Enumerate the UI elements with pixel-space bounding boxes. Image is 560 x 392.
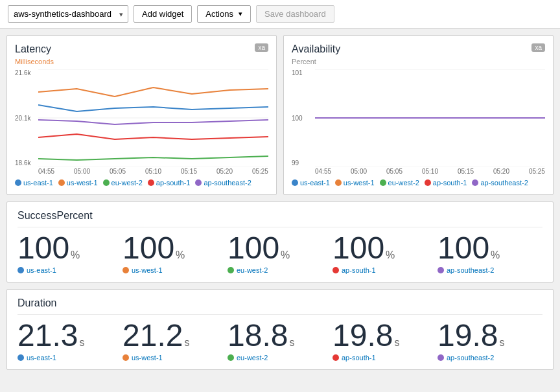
success-label-row-eu-west-2: eu-west-2 [228, 266, 268, 274]
success-percent-row: 100 % us-east-1 100 % us-west-1 [18, 233, 542, 274]
avail-legend-ap-southeast-2: ap-southeast-2 [472, 179, 528, 187]
avail-label-eu-west-2[interactable]: eu-west-2 [388, 179, 419, 187]
duration-label-row-ap-southeast-2: ap-southeast-2 [438, 354, 494, 362]
avail-label-ap-south-1[interactable]: ap-south-1 [433, 179, 467, 187]
avail-label-us-east-1[interactable]: us-east-1 [300, 179, 330, 187]
success-region-ap-southeast-2[interactable]: ap-southeast-2 [447, 266, 494, 274]
success-label-row-ap-southeast-2: ap-southeast-2 [438, 266, 494, 274]
duration-metric-eu-west-2: 18.8 s eu-west-2 [228, 320, 332, 362]
dashboard-select[interactable]: aws-synthetics-dashboard [8, 5, 128, 23]
legend-dot-eu-west-2 [103, 179, 110, 186]
save-dashboard-button: Save dashboard [256, 5, 334, 23]
success-value-eu-west-2: 100 [228, 233, 279, 264]
avail-legend-us-west-1: us-west-1 [335, 179, 375, 187]
success-unit-us-west-1: % [176, 249, 185, 261]
latency-chart-area: 21.6k 20.1k 18.6k [15, 69, 268, 167]
success-value-ap-southeast-2: 100 [438, 233, 489, 264]
success-percent-title: SuccessPercent [18, 210, 542, 227]
latency-y-top: 21.6k [15, 69, 38, 76]
dashboard-select-wrapper[interactable]: aws-synthetics-dashboard [8, 5, 128, 23]
duration-dot-us-west-1 [122, 354, 129, 361]
avail-dot-us-west-1 [335, 179, 342, 186]
success-metric-ap-southeast-2: 100 % ap-southeast-2 [438, 233, 542, 274]
success-dot-us-east-1 [18, 267, 24, 273]
dashboard-body: Latency xa Milliseconds 21.6k 20.1k 18.6… [0, 29, 560, 376]
availability-y-axis: 101 100 99 [292, 69, 315, 167]
avail-dot-us-east-1 [292, 179, 298, 186]
success-region-us-west-1[interactable]: us-west-1 [132, 266, 163, 274]
success-region-eu-west-2[interactable]: eu-west-2 [237, 266, 268, 274]
latency-header: Latency xa [15, 43, 268, 55]
success-metric-us-west-1: 100 % us-west-1 [122, 233, 228, 274]
availability-badge: xa [531, 43, 545, 52]
legend-item-ap-southeast-2: ap-southeast-2 [195, 179, 251, 187]
latency-legend: us-east-1 us-west-1 eu-west-2 ap-south-1… [15, 179, 268, 187]
duration-value-ap-south-1: 19.8 [332, 320, 393, 351]
legend-label-eu-west-2[interactable]: eu-west-2 [111, 179, 143, 187]
duration-region-ap-south-1[interactable]: ap-south-1 [342, 354, 376, 362]
availability-x-axis: 04:55 05:00 05:05 05:10 05:15 05:20 05:2… [292, 168, 545, 175]
success-metric-eu-west-2: 100 % eu-west-2 [228, 233, 332, 274]
latency-panel: Latency xa Milliseconds 21.6k 20.1k 18.6… [6, 35, 277, 195]
duration-value-us-west-1: 21.2 [122, 320, 183, 351]
availability-y-top: 101 [292, 69, 315, 76]
duration-region-us-west-1[interactable]: us-west-1 [132, 354, 163, 362]
latency-svg-wrapper [38, 69, 268, 167]
add-widget-button[interactable]: Add widget [134, 5, 192, 23]
legend-label-ap-south-1[interactable]: ap-south-1 [156, 179, 191, 187]
actions-button[interactable]: Actions [197, 5, 251, 23]
success-dot-ap-southeast-2 [438, 267, 444, 273]
latency-svg [38, 69, 268, 167]
legend-item-us-west-1: us-west-1 [58, 179, 98, 187]
legend-dot-ap-south-1 [148, 179, 154, 186]
availability-svg [315, 69, 545, 167]
latency-y-axis: 21.6k 20.1k 18.6k [15, 69, 38, 167]
avail-label-us-west-1[interactable]: us-west-1 [344, 179, 375, 187]
avail-dot-ap-south-1 [425, 179, 431, 186]
duration-title: Duration [18, 297, 542, 315]
avail-legend-us-east-1: us-east-1 [292, 179, 330, 187]
legend-dot-ap-southeast-2 [195, 179, 202, 186]
duration-dot-us-east-1 [18, 354, 24, 361]
duration-metric-us-west-1: 21.2 s us-west-1 [122, 320, 228, 362]
duration-region-eu-west-2[interactable]: eu-west-2 [237, 354, 268, 362]
duration-region-us-east-1[interactable]: us-east-1 [27, 354, 56, 362]
legend-label-us-east-1[interactable]: us-east-1 [23, 179, 53, 187]
duration-dot-eu-west-2 [228, 354, 234, 361]
duration-metric-us-east-1: 21.3 s us-east-1 [18, 320, 122, 362]
legend-item-ap-south-1: ap-south-1 [148, 179, 191, 187]
legend-label-ap-southeast-2[interactable]: ap-southeast-2 [204, 179, 251, 187]
latency-subtitle: Milliseconds [15, 58, 268, 65]
availability-svg-wrapper [315, 69, 545, 167]
success-value-us-east-1: 100 [18, 233, 69, 264]
latency-x-axis: 04:55 05:00 05:05 05:10 05:15 05:20 05:2… [15, 168, 268, 175]
duration-metric-ap-southeast-2: 19.8 s ap-southeast-2 [438, 320, 542, 362]
legend-dot-us-west-1 [58, 179, 65, 186]
availability-panel: Availability xa Percent 101 100 99 [283, 35, 554, 195]
duration-value-eu-west-2: 18.8 [228, 320, 288, 351]
success-dot-us-west-1 [122, 267, 129, 273]
legend-label-us-west-1[interactable]: us-west-1 [67, 179, 98, 187]
latency-title: Latency [15, 43, 51, 55]
availability-title: Availability [292, 43, 340, 55]
duration-unit-us-west-1: s [184, 337, 189, 349]
latency-badge: xa [255, 43, 268, 52]
success-region-us-east-1[interactable]: us-east-1 [27, 266, 56, 274]
legend-item-us-east-1: us-east-1 [15, 179, 53, 187]
avail-legend-eu-west-2: eu-west-2 [380, 179, 419, 187]
duration-region-ap-southeast-2[interactable]: ap-southeast-2 [447, 354, 494, 362]
success-region-ap-south-1[interactable]: ap-south-1 [342, 266, 376, 274]
availability-legend: us-east-1 us-west-1 eu-west-2 ap-south-1… [292, 179, 545, 187]
duration-row: 21.3 s us-east-1 21.2 s us-west-1 [18, 320, 542, 362]
success-metric-ap-south-1: 100 % ap-south-1 [332, 233, 438, 274]
avail-label-ap-southeast-2[interactable]: ap-southeast-2 [480, 179, 528, 187]
duration-label-row-ap-south-1: ap-south-1 [332, 354, 376, 362]
duration-label-row-us-west-1: us-west-1 [122, 354, 163, 362]
success-label-row-us-east-1: us-east-1 [18, 266, 56, 274]
duration-metric-ap-south-1: 19.8 s ap-south-1 [332, 320, 438, 362]
availability-subtitle: Percent [292, 58, 545, 65]
duration-unit-ap-southeast-2: s [499, 337, 504, 349]
duration-dot-ap-southeast-2 [438, 354, 444, 361]
legend-dot-us-east-1 [15, 179, 21, 186]
success-dot-ap-south-1 [332, 267, 339, 273]
